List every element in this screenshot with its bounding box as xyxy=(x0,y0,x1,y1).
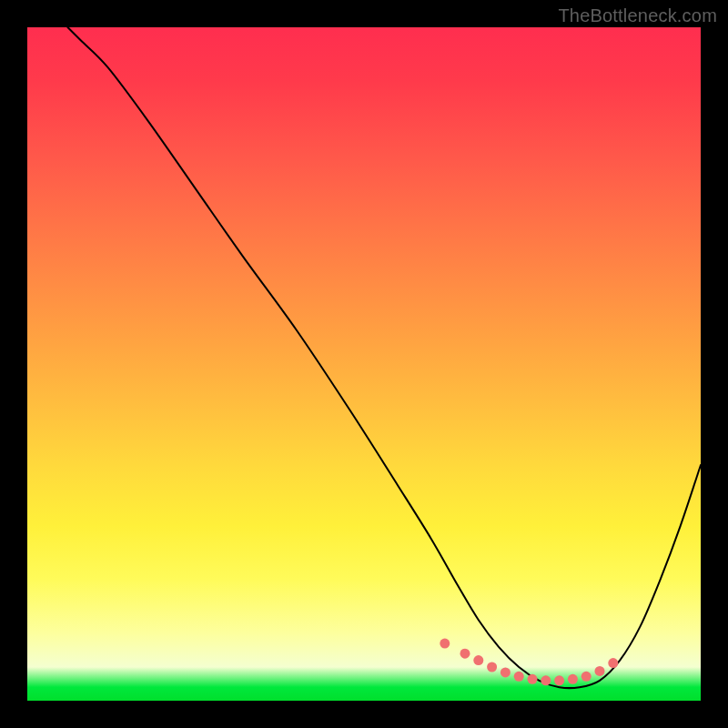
watermark-label: TheBottleneck.com xyxy=(558,5,717,26)
curve-markers xyxy=(440,639,618,686)
marker-dot xyxy=(568,674,578,684)
marker-dot xyxy=(440,639,450,649)
marker-dot xyxy=(554,675,564,685)
chart-svg xyxy=(27,27,701,701)
marker-dot xyxy=(514,672,524,682)
marker-dot xyxy=(473,655,483,665)
marker-dot xyxy=(528,674,538,684)
plot-area xyxy=(27,27,701,701)
marker-dot xyxy=(487,662,497,672)
bottleneck-curve xyxy=(67,27,701,688)
marker-dot xyxy=(460,649,470,659)
marker-dot xyxy=(595,666,605,676)
chart-frame: TheBottleneck.com xyxy=(0,0,728,728)
marker-dot xyxy=(608,658,618,668)
marker-dot xyxy=(581,672,592,682)
marker-dot xyxy=(541,675,551,685)
marker-dot xyxy=(500,667,511,677)
